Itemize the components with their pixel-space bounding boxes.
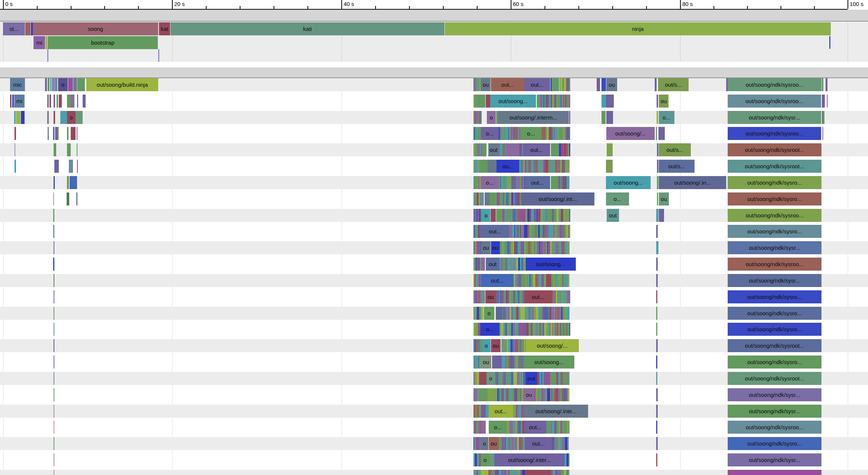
trace-slice-stripe[interactable]: [569, 241, 569, 254]
trace-slice[interactable]: ou: [491, 241, 500, 254]
trace-slice[interactable]: out/soong/ndk/sysro...: [728, 323, 821, 336]
trace-slice[interactable]: [656, 453, 657, 466]
trace-slice[interactable]: [606, 160, 613, 173]
trace-slice[interactable]: kat: [159, 22, 170, 35]
trace-slice-stripe[interactable]: [569, 209, 570, 222]
trace-slice[interactable]: [54, 388, 54, 401]
trace-slice[interactable]: out/soong/ndk/sysroot...: [728, 372, 821, 385]
trace-slice[interactable]: [71, 95, 74, 108]
trace-slice-stripe[interactable]: [567, 176, 569, 189]
trace-slice[interactable]: st...: [3, 22, 25, 35]
trace-slice[interactable]: [656, 437, 658, 450]
trace-slice[interactable]: [492, 356, 502, 369]
trace-slice[interactable]: out...: [524, 78, 550, 91]
trace-slice[interactable]: [54, 111, 55, 124]
trace-slice[interactable]: out/soong/.int...: [521, 192, 594, 205]
trace-slice[interactable]: o: [486, 372, 495, 385]
trace-slice[interactable]: [54, 453, 54, 466]
trace-slice[interactable]: [511, 258, 516, 271]
trace-slice[interactable]: [54, 274, 54, 287]
trace-slice[interactable]: [569, 111, 570, 124]
trace-slice[interactable]: [656, 388, 658, 401]
trace-slice[interactable]: [488, 160, 497, 173]
trace-slice[interactable]: [68, 78, 73, 91]
trace-slice[interactable]: [77, 143, 77, 156]
trace-slice[interactable]: [656, 356, 657, 369]
trace-slice[interactable]: out/soong/ndk/sysro...: [728, 356, 821, 369]
trace-slice[interactable]: [54, 356, 54, 369]
trace-slice[interactable]: out/soong/ndk/sysroo...: [728, 258, 821, 271]
trace-slice[interactable]: o...: [489, 421, 507, 434]
trace-slice[interactable]: [545, 372, 550, 385]
trace-slice-stripe[interactable]: [569, 78, 570, 91]
trace-slice[interactable]: out/soong/ndk/sysro...: [728, 437, 821, 450]
trace-slice[interactable]: [496, 209, 502, 222]
trace-slice[interactable]: [53, 209, 54, 222]
trace-slice[interactable]: ou: [524, 388, 534, 401]
trace-slice[interactable]: [482, 143, 486, 156]
trace-slice[interactable]: [480, 160, 488, 173]
trace-slice[interactable]: [481, 470, 488, 475]
trace-slice-stripe[interactable]: [567, 437, 569, 450]
trace-slice[interactable]: out: [486, 258, 500, 271]
trace-slice[interactable]: o...: [481, 323, 500, 336]
trace-slice[interactable]: [67, 127, 68, 140]
trace-slice[interactable]: [60, 111, 67, 124]
trace-slice[interactable]: ou: [485, 290, 496, 303]
trace-slice[interactable]: [76, 111, 83, 124]
trace-slice[interactable]: [481, 372, 486, 385]
trace-slice[interactable]: [656, 241, 658, 254]
trace-slice[interactable]: out/soong...: [524, 356, 574, 369]
trace-slice[interactable]: o: [482, 339, 491, 352]
trace-slice[interactable]: [547, 388, 550, 401]
trace-slice[interactable]: [67, 176, 69, 189]
trace-slice[interactable]: [489, 453, 494, 466]
trace-slice[interactable]: ou: [659, 95, 668, 108]
trace-slice[interactable]: [491, 209, 496, 222]
trace-slice[interactable]: ou: [491, 339, 501, 352]
trace-slice[interactable]: out/soong/ndk/sysro...: [728, 290, 821, 303]
trace-slice[interactable]: out...: [491, 78, 524, 91]
trace-slice[interactable]: [77, 127, 77, 140]
trace-slice[interactable]: bootstrap: [48, 36, 158, 49]
trace-slice[interactable]: o...: [606, 192, 629, 205]
trace-slice[interactable]: out/soong/ndk/sysroo...: [728, 127, 821, 140]
trace-slice[interactable]: [479, 111, 482, 124]
trace-slice[interactable]: ou: [481, 78, 491, 91]
trace-slice[interactable]: [607, 143, 613, 156]
process-header-top[interactable]: [0, 10, 868, 22]
trace-slice[interactable]: [606, 111, 613, 124]
trace-slice[interactable]: [656, 372, 657, 385]
trace-slice[interactable]: [54, 437, 54, 450]
trace-slice[interactable]: out...: [481, 225, 509, 238]
trace-slice[interactable]: out/s...: [659, 160, 695, 173]
trace-slice[interactable]: out/soong/ndk/sysr...: [728, 405, 821, 418]
trace-slice[interactable]: [822, 78, 823, 91]
trace-slice[interactable]: [69, 160, 73, 173]
trace-slice[interactable]: out/soong/ndk/sysro...: [728, 225, 821, 238]
trace-slice[interactable]: out/soong/ndk/sysr...: [728, 241, 821, 254]
trace-slice-stripe[interactable]: [568, 470, 569, 475]
trace-slice[interactable]: out/soong/.inte...: [524, 405, 588, 418]
trace-slice-stripe[interactable]: [569, 290, 570, 303]
trace-slice[interactable]: [52, 78, 54, 91]
trace-slice[interactable]: [481, 405, 486, 418]
trace-slice[interactable]: [21, 111, 25, 124]
trace-slice[interactable]: out/soong...: [490, 95, 536, 108]
trace-slice[interactable]: [827, 95, 828, 108]
trace-slice[interactable]: out/soong/.inter...: [494, 453, 565, 466]
trace-slice[interactable]: [601, 111, 606, 124]
trace-slice[interactable]: [56, 78, 57, 91]
trace-slice[interactable]: [481, 307, 484, 320]
trace-slice[interactable]: [550, 372, 556, 385]
trace-slice[interactable]: o...: [520, 127, 542, 140]
trace-slice[interactable]: mi: [14, 95, 25, 108]
trace-slice[interactable]: out: [607, 209, 619, 222]
trace-slice[interactable]: [481, 421, 486, 434]
trace-slice[interactable]: out/soong...: [526, 258, 576, 271]
trace-slice[interactable]: ninja: [445, 22, 831, 35]
trace-slice[interactable]: [57, 95, 58, 108]
trace-slice[interactable]: [76, 192, 77, 205]
trace-slice[interactable]: [656, 225, 658, 238]
trace-slice[interactable]: mi: [33, 36, 45, 49]
